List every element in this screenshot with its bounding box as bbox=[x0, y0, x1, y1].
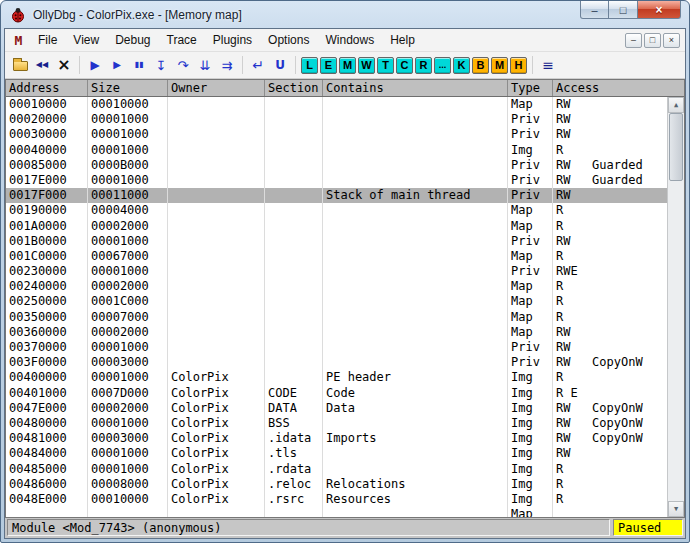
minimize-button[interactable]: – bbox=[580, 1, 609, 19]
column-header-access[interactable]: Access bbox=[553, 80, 684, 96]
windows-list-button[interactable]: ≡ bbox=[538, 55, 558, 75]
cell-size: 0007D000 bbox=[88, 386, 168, 401]
memory-map-row[interactable]: 0048100000003000ColorPix.idataImportsImg… bbox=[6, 431, 667, 446]
cell-size: 00001000 bbox=[88, 340, 168, 355]
memory-map-row[interactable]: 0019000000004000MapR bbox=[6, 203, 667, 218]
run-button[interactable]: ▶ bbox=[85, 55, 105, 75]
pause-button[interactable]: ▮▮ bbox=[129, 55, 149, 75]
memory-map-row[interactable]: 0023000000001000PrivRWE bbox=[6, 264, 667, 279]
window-controls: – □ × bbox=[580, 1, 681, 19]
titlebar[interactable]: OllyDbg - ColorPix.exe - [Memory map] – … bbox=[1, 1, 689, 28]
cell-access: RW bbox=[553, 112, 667, 127]
close-button[interactable]: × bbox=[637, 1, 681, 19]
mdi-close-button[interactable]: × bbox=[663, 33, 680, 48]
scroll-up-button[interactable]: ▲ bbox=[668, 97, 684, 113]
restart-button[interactable]: ◀◀ bbox=[32, 55, 52, 75]
memory-map-row[interactable]: 001C000000067000MapR bbox=[6, 249, 667, 264]
unassemble-button[interactable]: U bbox=[270, 55, 290, 75]
menu-debug[interactable]: Debug bbox=[107, 30, 158, 50]
memory-map-window-icon[interactable]: M bbox=[10, 33, 27, 48]
maximize-button[interactable]: □ bbox=[609, 1, 637, 19]
column-header-owner[interactable]: Owner bbox=[168, 80, 265, 96]
memory-map-row[interactable]: 0024000000002000MapR bbox=[6, 279, 667, 294]
cell-access bbox=[553, 507, 667, 517]
column-header-address[interactable]: Address bbox=[6, 80, 88, 96]
memory-map-row[interactable]: 0048E00000010000ColorPix.rsrcResourcesIm… bbox=[6, 492, 667, 507]
cell-contains bbox=[323, 279, 508, 294]
memory-map-row[interactable]: 0048400000001000ColorPix.tlsImgRW bbox=[6, 446, 667, 461]
memory-map-row[interactable]: 0037000000001000PrivRW bbox=[6, 340, 667, 355]
memory-breakpoints-window-button[interactable]: M bbox=[491, 57, 508, 74]
cell-section: .reloc bbox=[265, 477, 323, 492]
cell-type: Priv bbox=[508, 158, 553, 173]
memory-map-row[interactable]: 0047E00000002000ColorPixDATADataImgRW Co… bbox=[6, 401, 667, 416]
breakpoints-window-button[interactable]: B bbox=[472, 57, 489, 74]
memory-map-row[interactable]: 0048000000001000ColorPixBSSImgRW CopyOnW bbox=[6, 416, 667, 431]
memory-map-row[interactable]: Map bbox=[6, 507, 667, 517]
column-header-size[interactable]: Size bbox=[88, 80, 168, 96]
cell-section bbox=[265, 355, 323, 370]
step-into-button[interactable]: ↧ bbox=[151, 55, 171, 75]
memory-map-row[interactable]: 0017E00000001000PrivRW Guarded bbox=[6, 173, 667, 188]
memory-map-row[interactable]: 002500000001C000MapR bbox=[6, 294, 667, 309]
memory-map-row[interactable]: 0048600000008000ColorPix.relocRelocation… bbox=[6, 477, 667, 492]
cell-type: Map bbox=[508, 279, 553, 294]
memory-map-row[interactable]: 001A000000002000MapR bbox=[6, 219, 667, 234]
memory-map-row[interactable]: 0004000000001000ImgR bbox=[6, 143, 667, 158]
memory-map-row[interactable]: 0035000000007000MapR bbox=[6, 310, 667, 325]
memory-map-row[interactable]: 0040000000001000ColorPixPE headerImgR bbox=[6, 370, 667, 385]
memory-map-row[interactable]: 004010000007D000ColorPixCODECodeImgR E bbox=[6, 386, 667, 401]
scroll-thumb[interactable] bbox=[669, 113, 683, 181]
menu-file[interactable]: File bbox=[30, 30, 65, 50]
more-windows-button[interactable]: ... bbox=[434, 57, 451, 74]
mdi-minimize-button[interactable]: – bbox=[625, 33, 642, 48]
menu-windows[interactable]: Windows bbox=[317, 30, 382, 50]
cpu-window-button[interactable]: C bbox=[396, 57, 413, 74]
run-trace-window-button[interactable]: R bbox=[415, 57, 432, 74]
step-over-button[interactable]: ↷ bbox=[173, 55, 193, 75]
animate-into-button[interactable]: ⇊ bbox=[195, 55, 215, 75]
memory-map-row[interactable]: 0002000000001000PrivRW bbox=[6, 112, 667, 127]
animate-over-button[interactable]: ⇉ bbox=[217, 55, 237, 75]
column-header-section[interactable]: Section bbox=[265, 80, 323, 96]
menu-options[interactable]: Options bbox=[260, 30, 317, 50]
menu-plugins[interactable]: Plugins bbox=[205, 30, 260, 50]
execute-till-return-button[interactable]: ↵ bbox=[248, 55, 268, 75]
menu-trace[interactable]: Trace bbox=[159, 30, 205, 50]
memory-map-row[interactable]: 001B000000001000PrivRW bbox=[6, 234, 667, 249]
memory-map-row[interactable]: 000850000000B000PrivRW Guarded bbox=[6, 158, 667, 173]
memory-map-window-button[interactable]: M bbox=[339, 57, 356, 74]
memory-map-row[interactable]: 003F000000003000PrivRW CopyOnW bbox=[6, 355, 667, 370]
cell-type: Map bbox=[508, 310, 553, 325]
scroll-track[interactable] bbox=[668, 181, 684, 501]
cell-size: 00002000 bbox=[88, 219, 168, 234]
vertical-scrollbar[interactable]: ▲ ▼ bbox=[667, 97, 684, 517]
cell-owner bbox=[168, 355, 265, 370]
log-window-button[interactable]: L bbox=[301, 57, 318, 74]
cell-access: RWE bbox=[553, 264, 667, 279]
call-stack-window-button[interactable]: K bbox=[453, 57, 470, 74]
hardware-breakpoints-window-button[interactable]: H bbox=[510, 57, 527, 74]
cell-owner bbox=[168, 127, 265, 142]
column-header-type[interactable]: Type bbox=[508, 80, 553, 96]
mdi-restore-button[interactable]: □ bbox=[644, 33, 661, 48]
cell-size: 00001000 bbox=[88, 234, 168, 249]
memory-map-row[interactable]: 0036000000002000MapRW bbox=[6, 325, 667, 340]
scroll-down-button[interactable]: ▼ bbox=[668, 501, 684, 517]
memory-map-row[interactable]: 0003000000001000PrivRW bbox=[6, 127, 667, 142]
memory-map-row[interactable]: 0048500000001000ColorPix.rdataImgR bbox=[6, 462, 667, 477]
windows-window-button[interactable]: W bbox=[358, 57, 375, 74]
cell-size: 00001000 bbox=[88, 416, 168, 431]
menu-view[interactable]: View bbox=[65, 30, 107, 50]
threads-window-button[interactable]: T bbox=[377, 57, 394, 74]
cell-size: 00001000 bbox=[88, 112, 168, 127]
memory-map-row[interactable]: 0001000000010000MapRW bbox=[6, 97, 667, 112]
run-all-threads-button[interactable]: ▶ bbox=[107, 55, 127, 75]
memory-map-row[interactable]: 0017F00000011000Stack of main threadPriv… bbox=[6, 188, 667, 203]
menu-help[interactable]: Help bbox=[382, 30, 423, 50]
executables-window-button[interactable]: E bbox=[320, 57, 337, 74]
close-program-button[interactable]: × bbox=[54, 55, 74, 75]
cell-access: RW CopyOnW bbox=[553, 401, 667, 416]
open-file-button[interactable] bbox=[10, 55, 30, 75]
column-header-contains[interactable]: Contains bbox=[323, 80, 508, 96]
